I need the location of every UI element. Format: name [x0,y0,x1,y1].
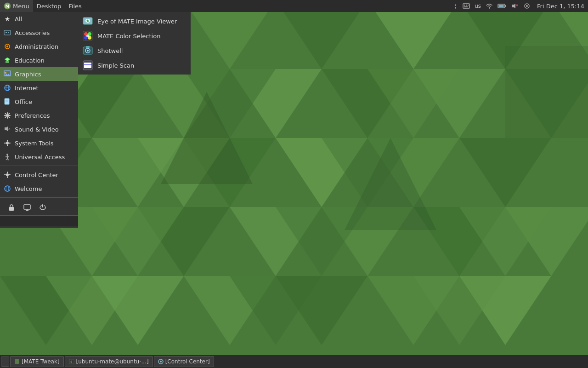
svg-rect-51 [464,5,465,6]
svg-line-86 [7,159,9,160]
svg-rect-64 [6,32,7,33]
eye-of-mate-icon [83,16,93,26]
menu-item-education[interactable]: Education [0,53,78,67]
lock-button[interactable] [6,202,17,213]
menu-item-welcome[interactable]: Welcome [0,182,78,196]
taskbar-item-control-center[interactable]: [Control Center] [154,356,214,367]
svg-point-88 [5,186,10,191]
system-settings-icon[interactable] [521,0,532,12]
svg-point-111 [87,50,89,52]
graphics-submenu: Eye of MATE Image Viewer MATE Color Sele… [78,12,191,75]
desktop-button[interactable]: Desktop [33,0,65,12]
svg-point-89 [6,186,9,191]
menu-item-accessories[interactable]: Accessories [0,26,78,40]
top-panel: M Menu Desktop Files us [0,0,588,12]
taskbar-item-mate-tweak[interactable]: [MATE Tweak] [10,356,64,367]
menu-item-office-label: Office [15,98,32,105]
wifi-icon[interactable] [484,0,495,12]
menu-item-welcome-label: Welcome [15,185,42,192]
volume-icon[interactable] [509,0,520,12]
accessories-icon [4,29,11,36]
office-icon [4,98,11,105]
menu-item-universal-access[interactable]: Universal Access [0,150,78,164]
all-icon: ★ [4,15,11,23]
menu-item-universal-access-label: Universal Access [15,154,65,161]
svg-marker-58 [512,4,515,8]
submenu-item-mate-color[interactable]: MATE Color Selection [78,29,191,43]
terminal-icon: $ [69,359,74,364]
menu-item-system-tools[interactable]: System Tools [0,136,78,150]
menu-item-system-tools-label: System Tools [15,140,54,147]
menu-item-internet[interactable]: Internet [0,81,78,95]
svg-point-87 [6,173,9,176]
menu-item-education-label: Education [15,57,45,64]
search-input[interactable] [6,218,74,224]
menu-button[interactable]: M Menu [0,0,33,12]
files-label: Files [68,3,82,10]
education-icon [4,57,11,64]
show-desktop-button[interactable] [1,356,9,367]
application-menu: ★ All Accessories Administration Educati… [0,12,78,228]
svg-marker-47 [505,46,588,138]
menu-item-accessories-label: Accessories [15,29,50,36]
universal-access-icon [4,153,11,161]
menu-separator-1 [0,166,78,166]
shotwell-icon [83,46,93,56]
svg-rect-63 [4,30,11,35]
keyboard-icon [461,0,472,12]
control-center-icon [4,171,11,178]
menu-item-internet-label: Internet [15,85,39,92]
svg-point-67 [6,46,8,47]
submenu-item-eye-of-mate-label: Eye of MATE Image Viewer [97,18,177,25]
svg-rect-65 [8,32,9,33]
datetime-label: Fri Dec 1, 15:14 [537,3,584,10]
svg-point-79 [6,114,9,117]
panel-right: us [450,0,588,12]
submenu-item-mate-color-label: MATE Color Selection [97,33,160,40]
keyboard-layout[interactable]: us [473,0,483,12]
submenu-item-simple-scan-label: Simple Scan [97,62,134,69]
clock[interactable]: Fri Dec 1, 15:14 [533,3,588,10]
submenu-item-shotwell[interactable]: Shotwell [78,43,191,58]
svg-marker-68 [5,58,10,61]
svg-rect-117 [15,359,19,364]
bottom-panel: [MATE Tweak] $ [ubuntu-mate@ubuntu-...] … [0,355,588,368]
menu-label: Menu [13,3,29,10]
menu-item-sound-video[interactable]: Sound & Video [0,122,78,136]
menu-item-preferences-label: Preferences [15,112,50,119]
menu-item-graphics[interactable]: Graphics [0,67,78,81]
svg-point-82 [6,154,8,155]
bluetooth-icon[interactable] [450,0,460,12]
taskbar-item-terminal[interactable]: $ [ubuntu-mate@ubuntu-...] [65,356,153,367]
menu-item-control-center[interactable]: Control Center [0,168,78,182]
menu-item-preferences[interactable]: Preferences [0,109,78,122]
svg-point-62 [526,5,528,7]
svg-rect-50 [463,4,469,8]
svg-point-71 [5,72,6,74]
taskbar-item-mate-tweak-label: [MATE Tweak] [22,358,60,365]
svg-point-102 [88,20,89,21]
svg-rect-56 [505,5,506,7]
svg-point-81 [6,142,9,144]
graphics-icon [4,70,11,78]
svg-marker-72 [5,74,10,76]
svg-point-101 [87,20,89,22]
svg-rect-53 [468,5,469,6]
menu-item-all[interactable]: ★ All [0,12,78,26]
power-button[interactable] [38,202,48,213]
submenu-item-simple-scan[interactable]: Simple Scan [78,58,191,73]
power-buttons-row [0,200,78,215]
submenu-item-eye-of-mate[interactable]: Eye of MATE Image Viewer [78,14,191,29]
submenu-item-shotwell-label: Shotwell [97,47,123,54]
svg-point-108 [86,34,89,37]
svg-rect-69 [6,61,9,63]
menu-item-administration[interactable]: Administration [0,40,78,53]
menu-item-graphics-label: Graphics [15,71,41,78]
files-button[interactable]: Files [65,0,85,12]
preferences-icon [4,112,11,119]
svg-rect-54 [464,6,468,7]
menu-item-sound-video-label: Sound & Video [15,126,59,133]
menu-item-office[interactable]: Office [0,95,78,109]
screen-off-button[interactable] [22,202,32,213]
battery-icon [496,0,509,12]
